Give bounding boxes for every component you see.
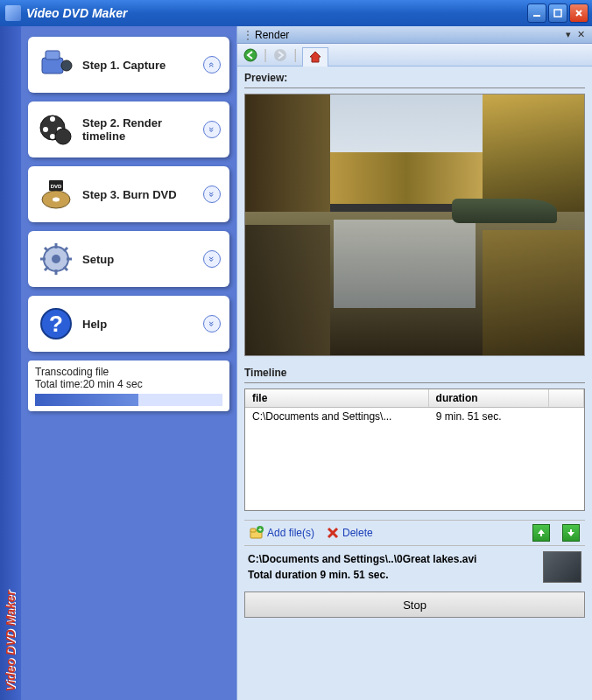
forward-icon [273, 48, 287, 62]
app-icon [5, 5, 21, 21]
render-header: ⋮ Render ▾ ✕ [237, 26, 592, 44]
col-spacer [549, 389, 584, 407]
gripper-icon[interactable]: ⋮ [243, 29, 251, 41]
svg-rect-32 [250, 528, 256, 532]
summary-thumbnail [543, 551, 581, 583]
col-duration[interactable]: duration [429, 389, 549, 407]
chevron-down-icon: » [203, 121, 221, 138]
move-down-button[interactable] [562, 524, 580, 542]
stop-button[interactable]: Stop [244, 592, 585, 618]
burn-dvd-icon: DVD [37, 175, 75, 214]
preview-heading: Preview: [244, 70, 585, 88]
timeline-table: file duration C:\Documents and Settings\… [244, 388, 585, 511]
sidebar: Step 1. Capture « Step 2. Render timelin… [21, 26, 236, 700]
maximize-icon [553, 9, 562, 18]
minimize-icon [532, 9, 541, 18]
main-panel: ⋮ Render ▾ ✕ | | Preview: [236, 26, 592, 700]
svg-text:DVD: DVD [51, 184, 62, 189]
svg-line-23 [45, 248, 48, 251]
sidebar-item-label: Step 1. Capture [82, 59, 203, 72]
toolbar: | | [237, 44, 592, 66]
brand-strip: Video DVD Maker [0, 26, 21, 700]
back-button[interactable] [243, 47, 258, 63]
actions-row: + Add file(s) Delete [244, 520, 585, 546]
table-header: file duration [245, 389, 584, 408]
home-icon [308, 50, 322, 64]
svg-point-18 [52, 255, 60, 263]
svg-line-25 [64, 248, 67, 251]
delete-button[interactable]: Delete [327, 527, 373, 539]
sidebar-item-label: Step 2. Render timeline [82, 116, 203, 143]
add-file-icon: + [250, 526, 264, 540]
move-up-button[interactable] [532, 524, 550, 542]
table-row[interactable]: C:\Documents and Settings\... 9 min. 51 … [245, 408, 584, 425]
table-body: C:\Documents and Settings\... 9 min. 51 … [245, 408, 584, 510]
panel-menu-button[interactable]: ▾ [562, 29, 574, 40]
arrow-down-icon [567, 528, 575, 537]
brand-text: Video DVD Maker [4, 591, 18, 691]
svg-point-30 [274, 49, 286, 61]
sidebar-item-burn[interactable]: DVD Step 3. Burn DVD » [28, 166, 229, 222]
svg-point-6 [61, 60, 72, 71]
status-panel: Transcoding file Total time:20 min 4 sec [28, 360, 229, 411]
window-title: Video DVD Maker [26, 6, 527, 20]
summary-duration: Total duration 9 min. 51 sec. [248, 567, 536, 583]
status-line-1: Transcoding file [35, 366, 222, 378]
minimize-button[interactable] [527, 4, 546, 23]
panel-close-button[interactable]: ✕ [574, 29, 587, 40]
arrow-up-icon [537, 528, 546, 537]
svg-rect-1 [554, 10, 561, 17]
chevron-down-icon: » [203, 315, 221, 332]
svg-point-9 [43, 127, 48, 132]
svg-rect-0 [533, 15, 540, 17]
progress-fill [35, 394, 138, 406]
svg-line-26 [45, 267, 48, 270]
chevron-up-icon: « [203, 56, 221, 74]
sidebar-item-label: Step 3. Burn DVD [82, 188, 203, 201]
sidebar-item-setup[interactable]: Setup » [28, 231, 229, 287]
sidebar-item-label: Setup [82, 253, 203, 266]
col-file[interactable]: file [245, 389, 429, 407]
timeline-heading: Timeline [244, 365, 585, 383]
sidebar-item-label: Help [82, 318, 203, 331]
chevron-down-icon: » [203, 250, 221, 268]
maximize-button[interactable] [548, 4, 567, 23]
close-button[interactable] [569, 4, 588, 23]
svg-point-14 [53, 198, 60, 202]
film-reel-icon [37, 110, 75, 149]
preview-area [244, 94, 585, 356]
svg-point-8 [50, 116, 55, 122]
summary-row: C:\Documents and Settings\..\0Great lake… [244, 546, 585, 588]
back-icon [243, 48, 257, 62]
svg-rect-5 [46, 51, 60, 60]
svg-line-24 [64, 267, 67, 270]
close-icon [574, 9, 583, 18]
titlebar: Video DVD Maker [0, 0, 592, 26]
home-tab[interactable] [302, 47, 328, 66]
svg-text:+: + [258, 527, 262, 533]
progress-bar [35, 394, 222, 406]
svg-point-12 [55, 129, 71, 144]
delete-icon [327, 527, 339, 539]
svg-text:?: ? [49, 311, 63, 337]
status-line-2: Total time:20 min 4 sec [35, 378, 222, 390]
add-files-button[interactable]: + Add file(s) [250, 526, 314, 540]
summary-path: C:\Documents and Settings\..\0Great lake… [248, 551, 536, 567]
svg-point-29 [244, 49, 257, 61]
sidebar-item-render[interactable]: Step 2. Render timeline » [28, 102, 229, 158]
sidebar-item-help[interactable]: ? Help » [28, 296, 229, 352]
render-label: Render [255, 29, 289, 41]
gear-icon [37, 240, 75, 278]
camcorder-icon [37, 46, 75, 84]
forward-button[interactable] [272, 47, 288, 63]
cell-duration: 9 min. 51 sec. [429, 410, 549, 423]
sidebar-item-capture[interactable]: Step 1. Capture « [28, 37, 229, 93]
help-icon: ? [37, 304, 75, 343]
chevron-down-icon: » [203, 186, 221, 203]
svg-rect-4 [42, 58, 63, 74]
cell-file: C:\Documents and Settings\... [245, 410, 429, 423]
svg-point-11 [50, 134, 55, 139]
